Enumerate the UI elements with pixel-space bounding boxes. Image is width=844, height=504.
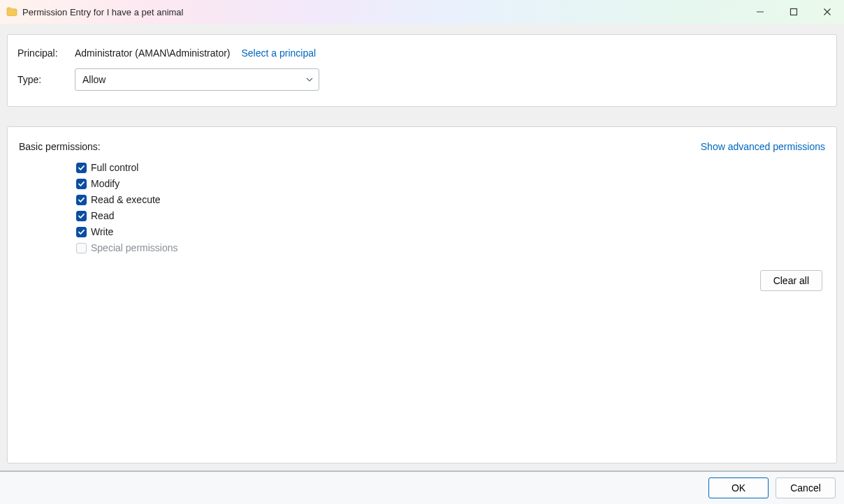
type-select[interactable]: Allow xyxy=(75,68,319,91)
close-button[interactable] xyxy=(810,0,844,24)
permission-item: Modify xyxy=(76,178,825,189)
maximize-button[interactable] xyxy=(777,0,810,24)
permission-label: Full control xyxy=(91,162,138,173)
window-title: Permission Entry for I have a pet animal xyxy=(22,7,184,17)
svg-rect-0 xyxy=(757,12,764,13)
principal-row: Principal: Administrator (AMAN\Administr… xyxy=(17,47,827,59)
select-principal-link[interactable]: Select a principal xyxy=(242,47,316,59)
folder-icon xyxy=(6,6,18,18)
permission-item: Read xyxy=(76,210,825,221)
permission-item: Write xyxy=(76,226,825,237)
type-select-value: Allow xyxy=(82,74,106,85)
svg-rect-1 xyxy=(791,9,797,15)
permission-label: Special permissions xyxy=(91,242,178,253)
permission-entry-dialog: Permission Entry for I have a pet animal… xyxy=(0,0,844,504)
permission-label: Read & execute xyxy=(91,194,161,205)
permissions-list: Full controlModifyRead & executeReadWrit… xyxy=(19,162,825,253)
basic-permissions-heading: Basic permissions: xyxy=(19,141,101,152)
minimize-button[interactable] xyxy=(743,0,777,24)
content-area: Principal: Administrator (AMAN\Administr… xyxy=(0,24,844,470)
permission-checkbox[interactable] xyxy=(76,163,87,173)
permission-label: Read xyxy=(91,210,114,221)
permission-item: Read & execute xyxy=(76,194,825,205)
type-label: Type: xyxy=(17,74,75,85)
titlebar: Permission Entry for I have a pet animal xyxy=(0,0,844,24)
cancel-button[interactable]: Cancel xyxy=(776,477,836,498)
dialog-footer: OK Cancel xyxy=(0,470,844,504)
permissions-header-row: Basic permissions: Show advanced permiss… xyxy=(19,141,825,152)
show-advanced-permissions-link[interactable]: Show advanced permissions xyxy=(701,141,825,152)
clear-all-button[interactable]: Clear all xyxy=(760,270,822,291)
chevron-down-icon xyxy=(305,75,314,84)
principal-type-panel: Principal: Administrator (AMAN\Administr… xyxy=(7,34,837,107)
principal-value: Administrator (AMAN\Administrator) xyxy=(75,47,231,59)
permission-label: Write xyxy=(91,226,113,237)
permission-item: Full control xyxy=(76,162,825,173)
permission-checkbox[interactable] xyxy=(76,195,87,205)
permission-label: Modify xyxy=(91,178,119,189)
permission-item: Special permissions xyxy=(76,242,825,253)
permission-checkbox xyxy=(76,243,87,253)
permission-checkbox[interactable] xyxy=(76,179,87,189)
permission-checkbox[interactable] xyxy=(76,227,87,237)
permission-checkbox[interactable] xyxy=(76,211,87,221)
window-controls xyxy=(743,0,844,24)
principal-label: Principal: xyxy=(17,47,75,59)
type-select-wrap: Allow xyxy=(75,68,319,91)
ok-button[interactable]: OK xyxy=(708,477,769,498)
basic-permissions-panel: Basic permissions: Show advanced permiss… xyxy=(7,126,837,464)
type-row: Type: Allow xyxy=(17,68,827,91)
